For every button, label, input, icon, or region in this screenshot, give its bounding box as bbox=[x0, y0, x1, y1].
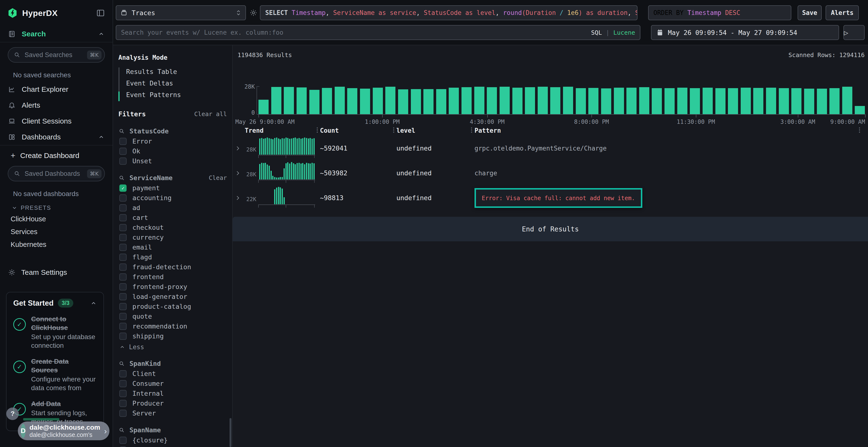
histogram-bar[interactable] bbox=[487, 87, 497, 114]
sidebar-item-client-sessions[interactable]: Client Sessions bbox=[0, 113, 113, 129]
data-source-select[interactable]: Traces bbox=[116, 5, 246, 20]
filter-option[interactable]: load-generator bbox=[113, 291, 232, 302]
column-header-count[interactable]: Count bbox=[320, 127, 396, 134]
histogram-bar[interactable] bbox=[424, 89, 434, 114]
filter-option[interactable]: recommendation bbox=[113, 321, 232, 331]
histogram-bar[interactable] bbox=[690, 88, 700, 114]
filter-option[interactable]: {closure} bbox=[113, 435, 232, 445]
filter-option[interactable]: Unset bbox=[113, 156, 232, 166]
results-histogram[interactable]: 28K 0 May 26 9:00:00 AM1:00:00 PM4:30:00… bbox=[233, 62, 868, 127]
saved-dashboards-input[interactable]: Saved Dashboards ⌘K bbox=[8, 166, 105, 181]
histogram-bar[interactable] bbox=[500, 87, 510, 114]
saved-searches-input[interactable]: Saved Searches ⌘K bbox=[8, 47, 105, 63]
filter-option[interactable]: frontend bbox=[113, 272, 232, 282]
analysis-mode-option-event-patterns[interactable]: Event Patterns bbox=[118, 89, 232, 101]
preset-services[interactable]: Services bbox=[0, 226, 113, 238]
filter-option[interactable]: Server bbox=[113, 408, 232, 418]
histogram-bar[interactable] bbox=[347, 88, 357, 114]
table-row[interactable]: 28K~503982undefinedcharge bbox=[233, 161, 868, 185]
sidebar-item-team-settings[interactable]: Team Settings bbox=[0, 265, 113, 280]
filter-option[interactable]: frontend-proxy bbox=[113, 282, 232, 291]
row-expand-chevron-icon[interactable] bbox=[233, 195, 245, 201]
filter-option[interactable]: /flagd.evaluation.v1.Se… bbox=[113, 445, 232, 447]
checkbox[interactable] bbox=[119, 273, 127, 281]
checkbox[interactable] bbox=[119, 253, 127, 261]
histogram-bar[interactable] bbox=[563, 87, 573, 114]
onboarding-step[interactable]: ✓Connect to ClickHouseSet up your databa… bbox=[13, 315, 97, 350]
preset-kubernetes[interactable]: Kubernetes bbox=[0, 238, 113, 251]
analysis-mode-option-results-table[interactable]: Results Table bbox=[118, 66, 232, 77]
filter-option[interactable]: Error bbox=[113, 136, 232, 146]
checkbox[interactable] bbox=[119, 224, 127, 231]
histogram-bar[interactable] bbox=[449, 88, 459, 114]
histogram-bar[interactable] bbox=[601, 89, 611, 114]
histogram-bar[interactable] bbox=[335, 87, 345, 114]
checkbox[interactable] bbox=[119, 158, 127, 165]
histogram-bar[interactable] bbox=[753, 88, 763, 114]
checkbox[interactable] bbox=[119, 400, 127, 407]
histogram-bar[interactable] bbox=[360, 89, 370, 114]
panel-scrollbar[interactable] bbox=[229, 418, 231, 447]
clear-filter-link[interactable]: Clear bbox=[209, 174, 227, 181]
histogram-bar[interactable] bbox=[614, 88, 624, 114]
sidebar-item-alerts[interactable]: Alerts bbox=[0, 97, 113, 113]
table-row[interactable]: 28K~592041undefinedgrpc.oteldemo.Payment… bbox=[233, 136, 868, 161]
histogram-bar[interactable] bbox=[741, 88, 751, 114]
histogram-bar[interactable] bbox=[779, 88, 789, 114]
filter-option[interactable]: shipping bbox=[113, 331, 232, 341]
checkbox[interactable] bbox=[119, 293, 127, 300]
checkbox[interactable] bbox=[119, 234, 127, 241]
sql-select-input[interactable]: SELECT Timestamp, ServiceName as service… bbox=[260, 5, 638, 20]
histogram-bar[interactable] bbox=[817, 89, 827, 114]
save-button[interactable]: Save bbox=[798, 5, 822, 20]
histogram-bar[interactable] bbox=[373, 88, 383, 114]
checkbox[interactable] bbox=[119, 410, 127, 417]
histogram-bar[interactable] bbox=[284, 87, 294, 114]
histogram-bar[interactable] bbox=[550, 87, 560, 114]
histogram-bar[interactable] bbox=[677, 88, 687, 114]
language-toggle-lucene[interactable]: Lucene bbox=[613, 29, 635, 36]
row-expand-chevron-icon[interactable] bbox=[233, 145, 245, 151]
filter-option[interactable]: Producer bbox=[113, 398, 232, 408]
checkbox[interactable] bbox=[119, 323, 127, 330]
histogram-bar[interactable] bbox=[538, 87, 548, 114]
filter-option[interactable]: email bbox=[113, 242, 232, 252]
chevron-up-icon[interactable] bbox=[90, 300, 97, 306]
sidebar-item-chart-explorer[interactable]: Chart Explorer bbox=[0, 81, 113, 97]
histogram-bar[interactable] bbox=[462, 87, 472, 114]
column-header-level[interactable]: level bbox=[396, 127, 474, 134]
checkbox[interactable] bbox=[119, 303, 127, 310]
checkbox[interactable] bbox=[119, 437, 127, 444]
filter-option[interactable]: Consumer bbox=[113, 379, 232, 388]
histogram-bar[interactable] bbox=[576, 88, 586, 114]
filter-option[interactable]: Ok bbox=[113, 146, 232, 156]
sidebar-item-dashboards[interactable]: Dashboards bbox=[0, 129, 113, 145]
date-range-picker[interactable]: May 26 09:09:54 - May 27 09:09:54 bbox=[651, 25, 839, 40]
analysis-mode-option-event-deltas[interactable]: Event Deltas bbox=[118, 77, 232, 89]
column-header-trend[interactable]: Trend bbox=[245, 127, 320, 134]
filter-option[interactable]: quote bbox=[113, 311, 232, 321]
help-button[interactable]: ? bbox=[6, 408, 19, 420]
histogram-bar[interactable] bbox=[436, 89, 446, 114]
sql-orderby-input[interactable]: ORDER BY Timestamp DESC bbox=[648, 5, 791, 20]
checkbox[interactable] bbox=[119, 264, 127, 271]
histogram-bar[interactable] bbox=[626, 88, 637, 114]
clear-all-filters-link[interactable]: Clear all bbox=[194, 110, 227, 117]
checkbox[interactable] bbox=[119, 244, 127, 251]
histogram-bar[interactable] bbox=[474, 87, 485, 114]
histogram-bar[interactable] bbox=[842, 87, 852, 114]
checkbox[interactable] bbox=[119, 138, 127, 145]
filter-option[interactable]: accounting bbox=[113, 193, 232, 203]
checkbox[interactable] bbox=[119, 380, 127, 387]
row-expand-chevron-icon[interactable] bbox=[233, 170, 245, 176]
presets-toggle[interactable]: PRESETS bbox=[0, 200, 113, 213]
histogram-bar[interactable] bbox=[804, 89, 814, 114]
source-settings-gear-icon[interactable] bbox=[249, 9, 257, 17]
filter-option[interactable]: Client bbox=[113, 369, 232, 379]
histogram-bar[interactable] bbox=[322, 88, 332, 114]
filter-option[interactable]: ad bbox=[113, 203, 232, 213]
histogram-bar[interactable] bbox=[652, 88, 662, 114]
checkbox[interactable] bbox=[119, 194, 127, 202]
create-dashboard-button[interactable]: + Create Dashboard bbox=[0, 145, 113, 161]
filter-option[interactable]: flagd bbox=[113, 252, 232, 262]
